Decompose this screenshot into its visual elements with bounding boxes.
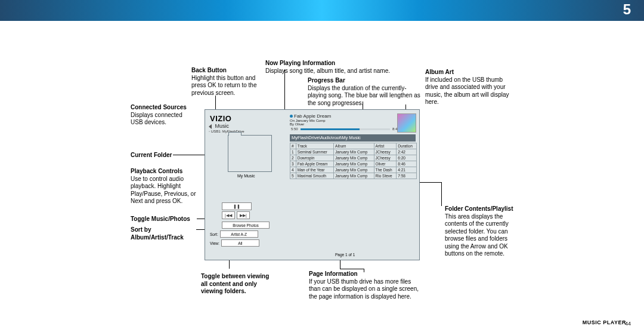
current-folder-label: My Music bbox=[237, 174, 255, 178]
callout-line bbox=[284, 70, 285, 112]
back-button[interactable]: Music bbox=[209, 123, 229, 129]
brand-logo: VIZIO bbox=[210, 114, 231, 123]
ann-now-playing: Now Playing Information Displays song ti… bbox=[265, 60, 408, 75]
ann-album-art: Album Art If included on the USB thumb d… bbox=[425, 69, 515, 106]
table-row[interactable]: 5Maximal SmoothJanuary Mix CompRio Steve… bbox=[290, 173, 417, 179]
ann-toggle-view: Toggle between viewing all content and o… bbox=[201, 273, 275, 296]
ann-sort: Sort by Album/Artist/Track bbox=[131, 226, 202, 241]
footer-section-label: MUSIC PLAYER bbox=[583, 319, 626, 325]
progress-bar[interactable] bbox=[301, 128, 390, 130]
play-pause-button[interactable]: ❚❚ bbox=[222, 202, 252, 210]
sort-select[interactable]: Artist A-Z bbox=[220, 230, 258, 238]
page-number: 44 bbox=[625, 321, 631, 327]
ann-page-info: Page Information If your USB thumb drive… bbox=[309, 270, 422, 300]
view-select[interactable]: All bbox=[221, 239, 259, 247]
playback-controls: ❚❚ bbox=[222, 202, 252, 210]
top-banner: 5 bbox=[0, 0, 644, 21]
ann-current-folder: Current Folder bbox=[131, 152, 196, 159]
time-elapsed: 5:50 bbox=[291, 127, 298, 131]
table-row[interactable]: 4Man of the YearJanuary Mix CompThe Dash… bbox=[290, 167, 417, 173]
ann-folder-contents: Folder Contents/Playlist This area displ… bbox=[445, 205, 519, 258]
now-playing-info: Fab Apple Dream On January Mix Comp By O… bbox=[290, 113, 331, 126]
callout-line bbox=[441, 182, 442, 206]
browse-photos-button[interactable]: Browse Photos bbox=[222, 222, 270, 229]
ann-connected-sources: Connected Sources Displays connected USB… bbox=[131, 104, 196, 127]
playback-controls-row2: |◀◀ ▶▶| bbox=[222, 211, 250, 219]
ann-progress-bar: Progress Bar Displays the duration of th… bbox=[308, 77, 421, 107]
current-folder-icon[interactable] bbox=[228, 135, 272, 172]
sort-row: Sort: Artist A-Z bbox=[210, 230, 258, 238]
track-table: #TrackAlbumArtistDuration 1Seminal Summe… bbox=[290, 143, 417, 179]
view-row: View: All bbox=[210, 239, 259, 247]
callout-line bbox=[340, 269, 364, 269]
table-row[interactable]: 2DownspinJanuary Mix CompJCheesy6:20 bbox=[290, 155, 417, 161]
music-player-panel: VIZIO Music ◦ USB1: MyFlashDrive Fab App… bbox=[205, 109, 420, 260]
back-label: Music bbox=[215, 123, 230, 129]
table-row[interactable]: 3Fab Apple DreamJanuary Mix CompOliver8:… bbox=[290, 161, 417, 167]
next-button[interactable]: ▶▶| bbox=[237, 211, 250, 219]
table-header: #TrackAlbumArtistDuration bbox=[290, 143, 417, 149]
callout-line bbox=[364, 269, 364, 272]
sort-label: Sort: bbox=[210, 232, 218, 236]
chevron-left-icon bbox=[209, 124, 212, 129]
album-art bbox=[397, 113, 416, 133]
ann-playback-controls: Playback Controls Use to control audio p… bbox=[131, 168, 202, 205]
ann-toggle-music-photos: Toggle Music/Photos bbox=[131, 216, 202, 223]
view-label: View: bbox=[210, 241, 219, 245]
chapter-number: 5 bbox=[623, 1, 631, 18]
page-info: Page 1 of 1 bbox=[335, 253, 355, 257]
table-row[interactable]: 1Seminal SummerJanuary Mix CompJCheesy2:… bbox=[290, 149, 417, 155]
play-indicator-icon bbox=[290, 115, 293, 118]
previous-button[interactable]: |◀◀ bbox=[222, 211, 235, 219]
folder-breadcrumb: MyFlashDrive\Audio\root\My Music bbox=[290, 134, 416, 142]
ann-back-button: Back Button Highlight this button and pr… bbox=[191, 67, 266, 97]
